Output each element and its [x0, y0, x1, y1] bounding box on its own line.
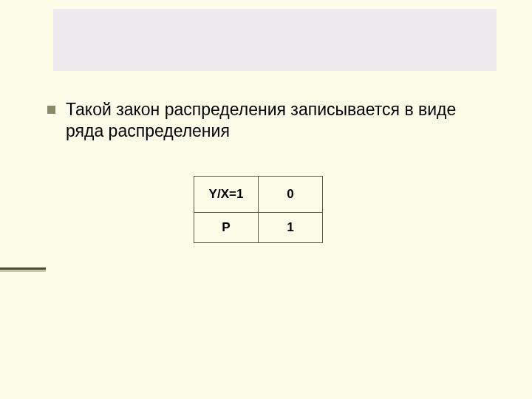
table-row: P 1 [194, 213, 323, 243]
cell-prob-1: 1 [259, 213, 323, 243]
cell-value-0: 0 [259, 177, 323, 213]
table-row: Y/X=1 0 [194, 177, 323, 213]
square-bullet-icon [47, 106, 55, 114]
bullet-text: Такой закон распределения записывается в… [66, 99, 491, 142]
cell-yx: Y/X=1 [194, 177, 259, 213]
decorative-rule [0, 267, 46, 272]
slide: Такой закон распределения записывается в… [0, 0, 532, 399]
distribution-table: Y/X=1 0 P 1 [194, 176, 323, 243]
body-text: Такой закон распределения записывается в… [47, 99, 491, 142]
bullet-item: Такой закон распределения записывается в… [47, 99, 491, 142]
cell-p: P [194, 213, 259, 243]
title-placeholder [53, 9, 497, 71]
